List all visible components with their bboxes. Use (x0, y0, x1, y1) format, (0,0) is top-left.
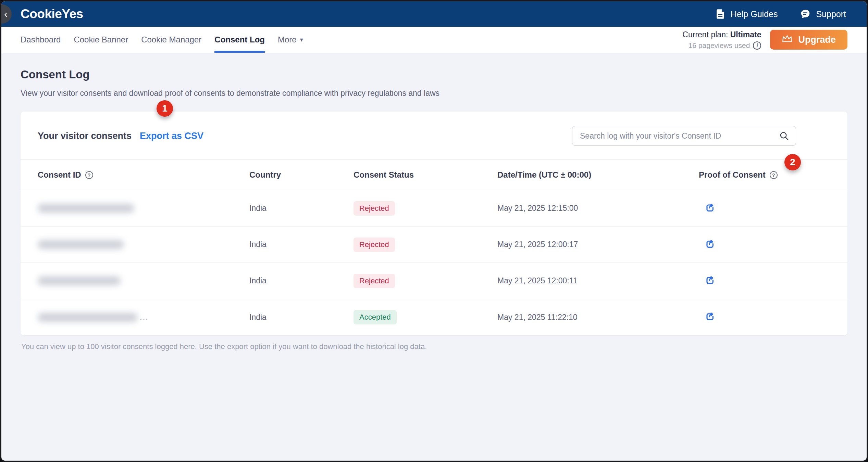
country-cell: India (249, 313, 354, 322)
annotation-badge-1: 1 (157, 100, 173, 117)
col-proof-of-consent: Proof of Consent ? (699, 170, 830, 180)
datetime-cell: May 21, 2025 11:22:10 (497, 313, 699, 322)
table-row: India Rejected May 21, 2025 12:00:17 (21, 227, 847, 263)
proof-of-consent-button[interactable] (704, 275, 715, 286)
col-consent-id: Consent ID ? (38, 170, 249, 180)
consent-id-redacted (38, 204, 249, 213)
table-row: ... India Accepted May 21, 2025 11:22:10 (21, 299, 847, 335)
annotation-badge-2: 2 (784, 154, 801, 170)
visitor-consents-heading: Your visitor consents (38, 131, 132, 141)
app-window: ‹ CookieYes Help Guides Support Dashboar… (0, 0, 868, 462)
help-icon[interactable]: ? (770, 171, 778, 179)
consent-log-card: Your visitor consents Export as CSV Cons… (21, 112, 847, 335)
consent-id-redacted (38, 240, 249, 249)
support-label: Support (816, 9, 846, 19)
page-title: Consent Log (21, 68, 847, 81)
consent-id-redacted (38, 276, 249, 285)
table-header-row: Consent ID ? Country Consent Status Date… (21, 159, 847, 190)
proof-of-consent-button[interactable] (704, 202, 715, 213)
chevron-down-icon: ▾ (300, 36, 303, 43)
export-csv-link[interactable]: Export as CSV (140, 131, 203, 141)
tab-dashboard[interactable]: Dashboard (21, 27, 61, 53)
datetime-cell: May 21, 2025 12:00:11 (497, 276, 699, 285)
top-navbar: ‹ CookieYes Help Guides Support (1, 1, 867, 27)
help-guides-label: Help Guides (731, 9, 778, 19)
current-plan-text: Current plan: Ultimate (682, 30, 761, 39)
info-icon[interactable]: i (753, 41, 761, 50)
crown-icon (782, 34, 793, 46)
datetime-cell: May 21, 2025 12:00:17 (497, 240, 699, 249)
nav-tabs: Dashboard Cookie Banner Cookie Manager C… (21, 27, 303, 53)
chat-bubble-icon (800, 9, 810, 19)
table-row: India Rejected May 21, 2025 12:15:00 (21, 190, 847, 227)
country-cell: India (249, 276, 354, 285)
col-consent-status: Consent Status (354, 170, 497, 180)
plan-name: Ultimate (730, 30, 761, 39)
secondary-nav: Dashboard Cookie Banner Cookie Manager C… (1, 27, 867, 53)
support-link[interactable]: Support (800, 9, 846, 19)
document-icon (716, 9, 725, 19)
proof-of-consent-button[interactable] (704, 239, 715, 249)
status-badge: Rejected (354, 274, 395, 288)
col-country: Country (249, 170, 354, 180)
export-share-icon (704, 311, 715, 322)
upgrade-button[interactable]: Upgrade (770, 30, 847, 50)
collapse-back-button[interactable]: ‹ (0, 4, 12, 24)
tab-more[interactable]: More ▾ (278, 27, 303, 53)
topbar-actions: Help Guides Support (716, 9, 846, 19)
consent-id-ellipsis: ... (140, 312, 149, 322)
help-icon[interactable]: ? (85, 171, 93, 179)
col-datetime: Date/Time (UTC ± 00:00) (497, 170, 699, 180)
export-share-icon (704, 275, 715, 286)
tab-more-label: More (278, 35, 297, 44)
export-share-icon (704, 239, 715, 249)
proof-of-consent-button[interactable] (704, 311, 715, 322)
tab-cookie-manager[interactable]: Cookie Manager (141, 27, 201, 53)
help-guides-link[interactable]: Help Guides (716, 9, 778, 19)
country-cell: India (249, 204, 354, 213)
status-badge: Rejected (354, 201, 395, 216)
export-share-icon (704, 202, 715, 213)
tab-consent-log[interactable]: Consent Log (214, 27, 265, 53)
chevron-left-icon: ‹ (4, 8, 8, 20)
page-subtitle: View your visitor consents and download … (21, 89, 847, 98)
search-icon[interactable] (779, 131, 789, 142)
consent-id-redacted: ... (38, 312, 249, 322)
search-input[interactable] (572, 126, 796, 146)
plan-info: Current plan: Ultimate 16 pageviews used… (682, 30, 761, 50)
pageviews-used-text: 16 pageviews used i (682, 41, 761, 50)
status-badge: Accepted (354, 310, 397, 324)
log-limit-note: You can view up to 100 visitor consents … (21, 342, 847, 351)
search-box (572, 126, 796, 146)
country-cell: India (249, 240, 354, 249)
cookieyes-logo: CookieYes (21, 7, 83, 21)
table-row: India Rejected May 21, 2025 12:00:11 (21, 263, 847, 299)
card-header: Your visitor consents Export as CSV (21, 112, 847, 159)
datetime-cell: May 21, 2025 12:15:00 (497, 204, 699, 213)
tab-cookie-banner[interactable]: Cookie Banner (74, 27, 128, 53)
main-content: Consent Log View your visitor consents a… (1, 53, 867, 461)
status-badge: Rejected (354, 238, 395, 252)
upgrade-label: Upgrade (798, 35, 836, 45)
plan-area: Current plan: Ultimate 16 pageviews used… (682, 27, 847, 53)
